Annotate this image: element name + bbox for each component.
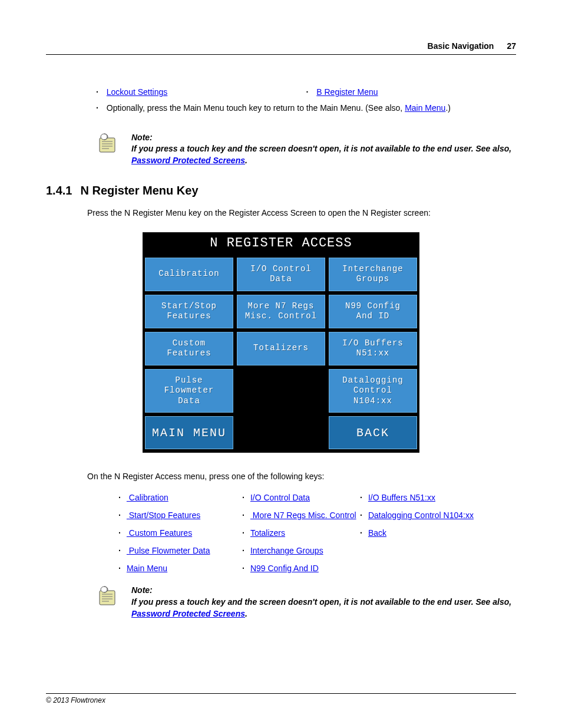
key-link-calibration[interactable]: Calibration <box>127 493 168 502</box>
touchscreen-title: N REGISTER ACCESS <box>144 233 418 255</box>
key-link-datalogging-control-n104-xx[interactable]: Datalogging Control N104:xx <box>368 510 474 520</box>
section-number: 1.4.1 <box>46 184 72 197</box>
touchscreen-button-totalizers[interactable]: Totalizers <box>237 332 325 365</box>
link-cell: Calibration <box>118 493 242 502</box>
key-link-main-menu[interactable]: Main Menu <box>127 564 167 573</box>
top-link-left-row: Lockout Settings <box>96 87 306 97</box>
note-label: Note: <box>131 585 516 597</box>
link-cell: I/O Buffers N51:xx <box>360 493 484 502</box>
password-protected-screens-link-2[interactable]: Password Protected Screens <box>131 609 245 618</box>
note-icon <box>96 132 120 156</box>
svg-rect-0 <box>100 138 115 152</box>
touchscreen-button-start-stop-features[interactable]: Start/Stop Features <box>145 295 233 328</box>
key-link-n99-config-and-id[interactable]: N99 Config And ID <box>250 564 319 573</box>
link-cell: N99 Config And ID <box>242 564 360 573</box>
section-intro: Press the N Register Menu key on the Reg… <box>87 207 516 219</box>
note-icon <box>96 585 120 608</box>
note-box-1: Note: If you press a touch key and the s… <box>96 132 516 167</box>
note1-body-a: If you press a touch key and the screen … <box>131 144 511 153</box>
page-header: Basic Navigation 27 <box>46 41 516 55</box>
top-link-right-row: B Register Menu <box>306 87 517 97</box>
optional-text-prefix: Optionally, press the Main Menu touch ke… <box>107 103 405 113</box>
key-link-custom-features[interactable]: Custom Features <box>127 528 192 538</box>
touchscreen-button-calibration[interactable]: Calibration <box>145 258 233 291</box>
link-cell: Totalizers <box>242 528 360 538</box>
touchscreen-button-n99-config-and-id[interactable]: N99 Config And ID <box>329 295 417 328</box>
note-label: Note: <box>131 132 516 144</box>
touchscreen-button-i-o-control-data[interactable]: I/O Control Data <box>237 258 325 291</box>
link-cell: Datalogging Control N104:xx <box>360 510 484 520</box>
key-link-i-o-control-data[interactable]: I/O Control Data <box>250 493 310 502</box>
main-menu-link[interactable]: Main Menu <box>405 103 445 113</box>
touchscreen-button-more-n7-regs-misc-control[interactable]: More N7 Regs Misc. Control <box>237 295 325 328</box>
key-link-pulse-flowmeter-data[interactable]: Pulse Flowmeter Data <box>127 546 210 555</box>
svg-rect-6 <box>100 591 115 605</box>
touchscreen-button-interchange-groups[interactable]: Interchange Groups <box>329 258 417 291</box>
header-section-title: Basic Navigation <box>428 41 494 51</box>
password-protected-screens-link[interactable]: Password Protected Screens <box>131 156 245 165</box>
optional-instruction: Optionally, press the Main Menu touch ke… <box>96 103 516 114</box>
link-cell: More N7 Regs Misc. Control <box>242 510 360 520</box>
section-heading: 1.4.1N Register Menu Key <box>46 184 516 197</box>
note-box-2: Note: If you press a touch key and the s… <box>96 585 516 620</box>
key-links-grid: CalibrationI/O Control DataI/O Buffers N… <box>118 493 516 573</box>
link-cell: Main Menu <box>118 564 242 573</box>
after-figure-text: On the N Register Access menu, press one… <box>87 470 516 482</box>
touchscreen-button-back[interactable]: BACK <box>329 416 417 449</box>
link-cell: I/O Control Data <box>242 493 360 502</box>
key-link-back[interactable]: Back <box>368 528 386 538</box>
touchscreen-empty-slot <box>237 369 325 413</box>
lockout-settings-link[interactable]: Lockout Settings <box>107 87 168 97</box>
touchscreen-button-pulse-flowmeter-data[interactable]: Pulse Flowmeter Data <box>145 369 233 413</box>
n-register-touchscreen: N REGISTER ACCESS CalibrationI/O Control… <box>143 232 419 453</box>
link-cell: Back <box>360 528 484 538</box>
key-link-totalizers[interactable]: Totalizers <box>250 528 285 538</box>
touchscreen-button-custom-features[interactable]: Custom Features <box>145 332 233 365</box>
link-cell: Start/Stop Features <box>118 510 242 520</box>
key-link-interchange-groups[interactable]: Interchange Groups <box>250 546 323 555</box>
footer-copyright: © 2013 Flowtronex <box>46 693 516 704</box>
key-link-more-n7-regs-misc-control[interactable]: More N7 Regs Misc. Control <box>250 510 356 520</box>
touchscreen-button-i-o-buffers-n51-xx[interactable]: I/O Buffers N51:xx <box>329 332 417 365</box>
note2-body-a: If you press a touch key and the screen … <box>131 597 511 607</box>
link-cell: Pulse Flowmeter Data <box>118 546 242 555</box>
header-page-number: 27 <box>507 41 516 51</box>
touchscreen-button-main-menu[interactable]: MAIN MENU <box>145 416 233 449</box>
note2-body-b: . <box>245 609 247 618</box>
touchscreen-button-datalogging-control-n104-xx[interactable]: Datalogging Control N104:xx <box>329 369 417 413</box>
link-cell: Interchange Groups <box>242 546 360 555</box>
optional-text-suffix: .) <box>445 103 451 113</box>
key-link-start-stop-features[interactable]: Start/Stop Features <box>127 510 200 520</box>
key-link-i-o-buffers-n51-xx[interactable]: I/O Buffers N51:xx <box>368 493 435 502</box>
b-register-menu-link[interactable]: B Register Menu <box>316 87 378 97</box>
section-title: N Register Menu Key <box>80 184 198 197</box>
link-cell: Custom Features <box>118 528 242 538</box>
touchscreen-empty-slot <box>237 416 325 449</box>
note1-body-b: . <box>245 156 247 165</box>
